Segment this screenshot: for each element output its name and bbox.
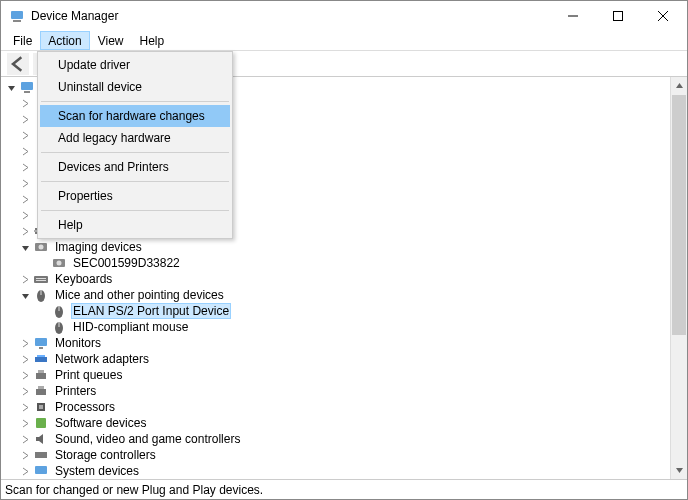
svg-point-13	[39, 245, 44, 250]
twisty-closed-icon[interactable]	[19, 417, 31, 429]
twisty-open-icon[interactable]	[19, 289, 31, 301]
svg-rect-28	[37, 355, 45, 357]
speaker-icon	[33, 431, 49, 447]
svg-rect-30	[38, 370, 44, 373]
back-button[interactable]	[7, 53, 29, 75]
menu-action[interactable]: Action	[40, 31, 89, 50]
scroll-down-button[interactable]	[671, 462, 687, 479]
tree-label: Network adapters	[53, 352, 151, 366]
tree-item-hid-mouse[interactable]: HID-compliant mouse	[3, 319, 670, 335]
svg-rect-35	[36, 418, 46, 428]
window-title: Device Manager	[31, 9, 550, 23]
twisty-closed-icon[interactable]	[19, 353, 31, 365]
twisty-closed-icon[interactable]	[19, 369, 31, 381]
tree-label: Storage controllers	[53, 448, 158, 462]
menuitem-uninstall[interactable]: Uninstall device	[40, 76, 230, 98]
twisty-closed-icon[interactable]	[19, 449, 31, 461]
svg-rect-37	[35, 466, 47, 474]
tree-item-keyboards[interactable]: Keyboards	[3, 271, 670, 287]
menu-view[interactable]: View	[90, 31, 132, 50]
system-icon	[33, 463, 49, 479]
software-icon	[33, 415, 49, 431]
storage-icon	[33, 447, 49, 463]
mouse-icon	[51, 303, 67, 319]
tree-item-printqueues[interactable]: Print queues	[3, 367, 670, 383]
tree-label: Sound, video and game controllers	[53, 432, 242, 446]
menu-file[interactable]: File	[5, 31, 40, 50]
menu-separator	[41, 181, 229, 182]
title-bar: Device Manager	[1, 1, 687, 31]
menuitem-add-legacy[interactable]: Add legacy hardware	[40, 127, 230, 149]
menu-separator	[41, 101, 229, 102]
menu-help[interactable]: Help	[132, 31, 173, 50]
twisty-closed-icon[interactable]	[19, 113, 31, 125]
twisty-closed-icon[interactable]	[19, 129, 31, 141]
tree-label: Imaging devices	[53, 240, 144, 254]
tree-label: Printers	[53, 384, 98, 398]
menuitem-scan-hardware[interactable]: Scan for hardware changes	[40, 105, 230, 127]
svg-rect-26	[39, 347, 43, 349]
svg-rect-1	[13, 20, 21, 22]
printer-icon	[33, 383, 49, 399]
twisty-closed-icon[interactable]	[19, 161, 31, 173]
twisty-none	[37, 257, 49, 269]
menuitem-help[interactable]: Help	[40, 214, 230, 236]
twisty-closed-icon[interactable]	[19, 433, 31, 445]
menuitem-devices-printers[interactable]: Devices and Printers	[40, 156, 230, 178]
minimize-button[interactable]	[550, 2, 595, 31]
svg-rect-9	[24, 91, 30, 93]
tree-item-sound[interactable]: Sound, video and game controllers	[3, 431, 670, 447]
tree-item-mice[interactable]: Mice and other pointing devices	[3, 287, 670, 303]
twisty-none	[37, 321, 49, 333]
computer-icon	[19, 79, 35, 95]
status-text: Scan for changed or new Plug and Play de…	[5, 483, 263, 497]
twisty-open-icon[interactable]	[19, 241, 31, 253]
tree-item-software[interactable]: Software devices	[3, 415, 670, 431]
tree-label: ELAN PS/2 Port Input Device	[71, 303, 231, 319]
twisty-closed-icon[interactable]	[19, 401, 31, 413]
tree-item-printers[interactable]: Printers	[3, 383, 670, 399]
twisty-closed-icon[interactable]	[19, 337, 31, 349]
twisty-none	[37, 305, 49, 317]
tree-item-processors[interactable]: Processors	[3, 399, 670, 415]
twisty-closed-icon[interactable]	[19, 225, 31, 237]
tree-item-imaging[interactable]: Imaging devices	[3, 239, 670, 255]
vertical-scrollbar[interactable]	[670, 77, 687, 479]
tree-item-storage[interactable]: Storage controllers	[3, 447, 670, 463]
svg-rect-31	[36, 389, 46, 395]
menuitem-update-driver[interactable]: Update driver	[40, 54, 230, 76]
menuitem-properties[interactable]: Properties	[40, 185, 230, 207]
keyboard-icon	[33, 271, 49, 287]
mouse-icon	[33, 287, 49, 303]
svg-rect-17	[36, 278, 46, 279]
tree-item-elan[interactable]: ELAN PS/2 Port Input Device	[3, 303, 670, 319]
maximize-button[interactable]	[595, 2, 640, 31]
svg-rect-32	[38, 386, 44, 389]
twisty-open-icon[interactable]	[5, 81, 17, 93]
twisty-closed-icon[interactable]	[19, 273, 31, 285]
svg-rect-18	[36, 280, 46, 281]
close-button[interactable]	[640, 2, 685, 31]
twisty-closed-icon[interactable]	[19, 209, 31, 221]
tree-item-imaging-child[interactable]: SEC001599D33822	[3, 255, 670, 271]
scroll-thumb[interactable]	[672, 95, 686, 335]
tree-item-system[interactable]: System devices	[3, 463, 670, 479]
tree-label: System devices	[53, 464, 141, 478]
imaging-icon	[51, 255, 67, 271]
action-dropdown: Update driver Uninstall device Scan for …	[37, 51, 233, 239]
twisty-closed-icon[interactable]	[19, 465, 31, 477]
imaging-icon	[33, 239, 49, 255]
scroll-up-button[interactable]	[671, 77, 687, 94]
twisty-closed-icon[interactable]	[19, 97, 31, 109]
twisty-closed-icon[interactable]	[19, 193, 31, 205]
tree-item-network[interactable]: Network adapters	[3, 351, 670, 367]
twisty-closed-icon[interactable]	[19, 385, 31, 397]
mouse-icon	[51, 319, 67, 335]
menu-bar: File Action View Help	[1, 31, 687, 51]
tree-label: Print queues	[53, 368, 124, 382]
twisty-closed-icon[interactable]	[19, 145, 31, 157]
twisty-closed-icon[interactable]	[19, 177, 31, 189]
tree-item-monitors[interactable]: Monitors	[3, 335, 670, 351]
svg-rect-16	[34, 276, 48, 283]
tree-label: Software devices	[53, 416, 148, 430]
